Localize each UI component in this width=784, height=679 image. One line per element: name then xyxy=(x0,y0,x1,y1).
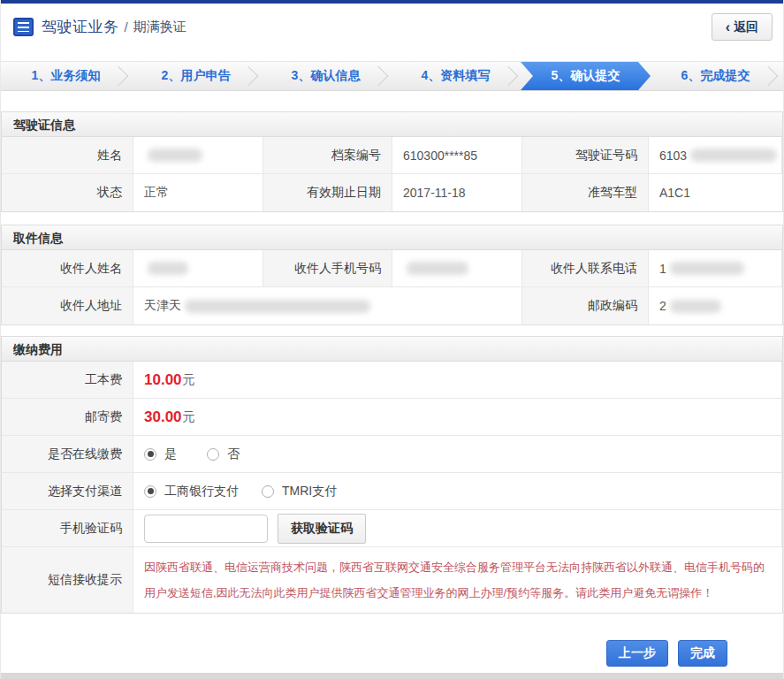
step-label: 4、资料填写 xyxy=(422,68,491,84)
sms-notice-text: 因陕西省联通、电信运营商技术问题，陕西省互联网交通安全综合服务管理平台无法向持陕… xyxy=(144,554,782,606)
license-table: 姓名 档案编号 610300****85 驾驶证号码 6103 状态 正常 有效… xyxy=(2,137,782,211)
recipient-phone-label: 收件人联系电话 xyxy=(522,250,649,287)
license-number-value: 6103 xyxy=(649,137,782,174)
file-number-value: 610300****85 xyxy=(392,137,522,174)
postcode-label: 邮政编码 xyxy=(522,287,649,324)
sms-notice-label: 短信接收提示 xyxy=(2,547,133,613)
production-fee-label: 工本费 xyxy=(2,362,133,399)
redacted-phone xyxy=(670,262,744,275)
channel-tmri-label: TMRI支付 xyxy=(282,484,337,500)
mailing-fee-label: 邮寄费 xyxy=(2,399,133,436)
step-label: 1、业务须知 xyxy=(32,68,101,84)
recipient-mobile-label: 收件人手机号码 xyxy=(263,250,392,287)
payment-panel: 缴纳费用 工本费 10.00 元 邮寄费 30.00 元 是否在线缴费 是 xyxy=(1,336,783,614)
back-button[interactable]: ‹ 返回 xyxy=(712,13,773,41)
redacted-mobile xyxy=(407,262,468,275)
name-label: 姓名 xyxy=(2,137,133,174)
status-value: 正常 xyxy=(133,174,263,211)
back-button-label: 返回 xyxy=(734,19,758,35)
vehicle-class-value: A1C1 xyxy=(649,174,782,211)
redacted-name xyxy=(148,149,202,162)
recipient-name-value xyxy=(133,250,263,287)
step-2-user-declaration[interactable]: 2、用户申告 xyxy=(131,62,261,90)
steps-filler xyxy=(780,62,783,90)
captcha-row: 获取验证码 xyxy=(133,510,782,547)
breadcrumb-primary: 驾驶证业务 xyxy=(42,17,119,37)
production-fee-value: 10.00 元 xyxy=(133,362,782,399)
online-pay-yes-label: 是 xyxy=(164,446,177,462)
production-fee-unit: 元 xyxy=(183,372,195,388)
pickup-panel-title: 取件信息 xyxy=(2,225,782,250)
file-number-label: 档案编号 xyxy=(263,137,392,174)
step-wizard: 1、业务须知 2、用户申告 3、确认信息 4、资料填写 5、确认提交 6、完成提… xyxy=(1,61,783,91)
captcha-label: 手机验证码 xyxy=(2,510,133,547)
postcode-value: 2 xyxy=(649,287,782,324)
step-label: 6、完成提交 xyxy=(681,68,750,84)
radio-unselected-icon[interactable] xyxy=(262,485,274,498)
license-number-label: 驾驶证号码 xyxy=(522,137,649,174)
finish-button[interactable]: 完成 xyxy=(678,640,727,667)
previous-step-button[interactable]: 上一步 xyxy=(606,640,668,667)
footer-actions: 上一步 完成 xyxy=(1,640,783,667)
radio-unselected-icon[interactable] xyxy=(207,448,219,461)
chevron-left-icon: ‹ xyxy=(726,20,730,34)
recipient-mobile-value xyxy=(392,250,522,287)
chevron-right-icon xyxy=(239,66,259,87)
captcha-input[interactable] xyxy=(144,515,268,543)
pay-channel-label: 选择支付渠道 xyxy=(2,473,133,510)
chevron-right-icon xyxy=(499,66,519,87)
get-captcha-button[interactable]: 获取验证码 xyxy=(278,514,366,544)
sms-notice-cell: 因陕西省联通、电信运营商技术问题，陕西省互联网交通安全综合服务管理平台无法向持陕… xyxy=(133,547,782,613)
status-label: 状态 xyxy=(2,174,133,211)
online-pay-yes-option[interactable]: 是 xyxy=(144,446,177,462)
pickup-table: 收件人姓名 收件人手机号码 收件人联系电话 1 收件人地址 天津天 邮政编码 2 xyxy=(2,250,782,324)
pay-channel-options: 工商银行支付 TMRI支付 xyxy=(133,473,782,510)
mailing-fee-unit: 元 xyxy=(183,409,195,425)
mailing-fee-amount: 30.00 xyxy=(144,408,182,426)
bottom-gray-bar xyxy=(1,673,783,679)
expiry-value: 2017-11-18 xyxy=(392,174,522,211)
step-label: 2、用户申告 xyxy=(162,68,231,84)
chevron-right-icon xyxy=(758,66,779,87)
online-pay-no-label: 否 xyxy=(227,446,240,462)
channel-tmri-option[interactable]: TMRI支付 xyxy=(262,484,337,500)
page: 驾驶证业务 / 期满换证 ‹ 返回 1、业务须知 2、用户申告 3、确认信息 4… xyxy=(0,0,784,679)
payment-table: 工本费 10.00 元 邮寄费 30.00 元 是否在线缴费 是 xyxy=(2,362,782,613)
breadcrumb-divider: / xyxy=(125,19,128,34)
online-pay-no-option[interactable]: 否 xyxy=(207,446,240,462)
step-1-business-notice[interactable]: 1、业务须知 xyxy=(1,62,131,90)
channel-icbc-label: 工商银行支付 xyxy=(164,484,239,500)
channel-icbc-option[interactable]: 工商银行支付 xyxy=(144,484,239,500)
step-6-complete-submit[interactable]: 6、完成提交 xyxy=(651,62,780,90)
recipient-address-label: 收件人地址 xyxy=(2,287,133,324)
breadcrumb-secondary: 期满换证 xyxy=(133,19,186,35)
license-panel-title: 驾驶证信息 xyxy=(2,112,782,137)
redacted-recipient-name xyxy=(148,262,188,275)
expiry-label: 有效期止日期 xyxy=(263,174,392,211)
name-value xyxy=(133,137,263,174)
redacted-postcode xyxy=(670,300,721,313)
step-5-confirm-submit-active[interactable]: 5、确认提交 xyxy=(521,62,651,90)
vehicle-class-label: 准驾车型 xyxy=(522,174,649,211)
radio-selected-icon[interactable] xyxy=(144,448,156,461)
chevron-right-icon xyxy=(369,66,389,87)
step-4-fill-data[interactable]: 4、资料填写 xyxy=(391,62,521,90)
radio-selected-icon[interactable] xyxy=(144,485,156,498)
payment-panel-title: 缴纳费用 xyxy=(2,337,782,362)
form-list-icon xyxy=(13,18,34,36)
recipient-name-label: 收件人姓名 xyxy=(2,250,133,287)
online-pay-options: 是 否 xyxy=(133,436,782,473)
page-header: 驾驶证业务 / 期满换证 ‹ 返回 xyxy=(1,4,783,50)
mailing-fee-value: 30.00 元 xyxy=(133,399,782,436)
redacted-license-number xyxy=(690,149,777,162)
step-3-confirm-info[interactable]: 3、确认信息 xyxy=(261,62,391,90)
step-label: 5、确认提交 xyxy=(552,68,620,84)
step-label: 3、确认信息 xyxy=(292,68,361,84)
pickup-info-panel: 取件信息 收件人姓名 收件人手机号码 收件人联系电话 1 收件人地址 天津天 邮… xyxy=(1,225,783,325)
production-fee-amount: 10.00 xyxy=(144,371,182,389)
chevron-right-icon xyxy=(109,66,129,87)
recipient-phone-value: 1 xyxy=(649,250,782,287)
redacted-address xyxy=(185,300,370,313)
online-pay-label: 是否在线缴费 xyxy=(2,436,133,473)
license-info-panel: 驾驶证信息 姓名 档案编号 610300****85 驾驶证号码 6103 状态… xyxy=(1,111,783,212)
